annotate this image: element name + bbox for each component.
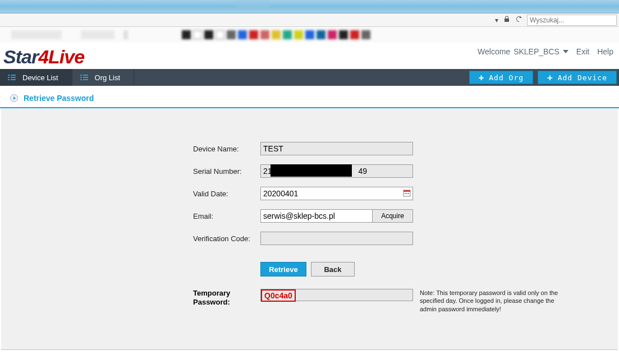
titlebar-accent [236,0,269,8]
temporary-password-value: Q0c4a0 [261,289,296,302]
chevron-down-icon [563,50,568,53]
row-device-name: Device Name: [1,142,618,155]
header-user-area: Welcome SKLEP_BCS Exit Help [478,46,613,56]
browser-search-input[interactable] [528,16,616,24]
calendar-icon[interactable] [403,189,411,197]
browser-search[interactable] [527,15,617,26]
device-name-field [260,142,413,155]
logo-text-star: Star [3,46,38,67]
verification-code-field[interactable] [260,232,413,245]
lock-icon[interactable] [503,16,511,24]
add-device-label: Add Device [558,73,607,82]
user-menu[interactable]: Welcome SKLEP_BCS [478,47,568,56]
tab-device-list[interactable]: Device List [0,69,72,86]
serial-redacted [270,164,352,177]
row-email: Email: Acquire [1,209,618,223]
add-org-label: Add Org [489,73,524,82]
help-link[interactable]: Help [597,47,613,56]
logo: Star4Live [3,46,84,68]
content-area: Device Name: Serial Number: Valid Date: … [1,108,618,349]
retrieve-button[interactable]: Retrieve [260,262,306,277]
label-temporary-password: Temporary Password: [193,289,260,306]
page-title: Retrieve Password [24,94,94,103]
tab-org-list-label: Org List [95,73,121,82]
acquire-button[interactable]: Acquire [373,209,413,223]
label-device-name: Device Name: [193,145,260,153]
svg-rect-3 [406,193,407,194]
tab-device-list-label: Device List [22,73,58,82]
list-icon [80,75,88,80]
content-bottom-border [1,349,618,350]
add-org-button[interactable]: + Add Org [469,71,533,84]
browser-toolbar: ▾ [0,13,619,27]
add-device-button[interactable]: + Add Device [538,71,617,84]
bookmarks-bar [0,27,619,43]
temporary-password-box: Q0c4a0 [260,289,413,301]
button-row: Retrieve Back [260,262,618,277]
browser-titlebar [0,0,619,13]
email-field[interactable] [260,209,373,223]
list-icon [8,75,16,80]
plus-icon: + [479,72,485,83]
label-valid-date: Valid Date: [193,190,260,198]
label-email: Email: [193,212,260,220]
svg-rect-2 [405,193,406,194]
row-temporary-password: Temporary Password: Q0c4a0 Note: This te… [1,289,618,313]
temporary-password-note: Note: This temporary password is valid o… [420,289,571,313]
logo-text-4live: 4Live [38,46,84,67]
play-icon [10,94,18,102]
label-verification-code: Verification Code: [193,234,260,243]
nav-bar: Device List Org List + Add Org + Add Dev… [0,69,619,86]
dropdown-indicator-icon[interactable]: ▾ [494,16,499,24]
svg-rect-1 [404,190,410,192]
page-title-bar: Retrieve Password [0,86,619,108]
row-verification-code: Verification Code: [1,232,618,245]
username: SKLEP_BCS [513,47,560,56]
tab-org-list[interactable]: Org List [72,69,135,86]
label-serial-number: Serial Number: [193,167,260,176]
svg-rect-4 [408,193,409,194]
welcome-text: Welcome [478,47,510,56]
valid-date-field[interactable] [260,187,413,200]
row-valid-date: Valid Date: [1,187,618,200]
back-button[interactable]: Back [311,262,355,277]
app-header: Star4Live Welcome SKLEP_BCS Exit Help [0,43,619,69]
row-serial-number: Serial Number: [1,164,618,178]
plus-icon: + [547,72,553,83]
exit-link[interactable]: Exit [576,47,589,56]
refresh-icon[interactable] [515,16,524,24]
